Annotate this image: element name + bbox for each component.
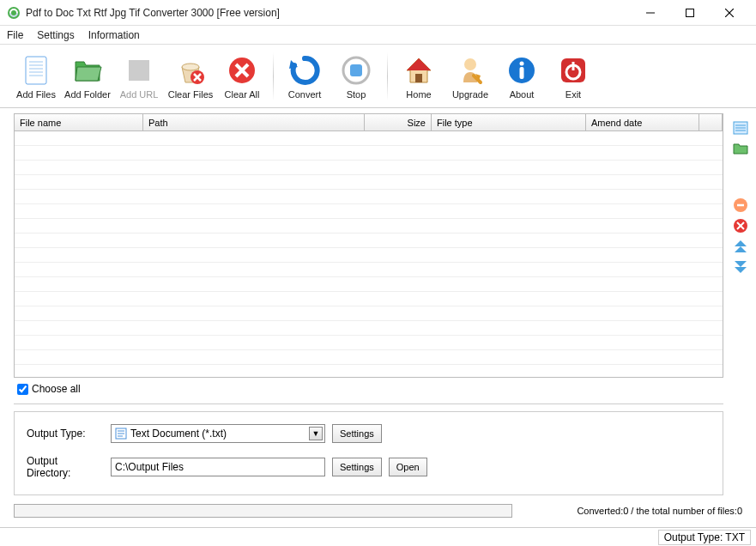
stop-icon bbox=[339, 53, 373, 88]
svg-point-12 bbox=[182, 64, 199, 70]
menu-settings[interactable]: Settings bbox=[37, 29, 74, 41]
file-grid: File name Path Size File type Amend date bbox=[14, 113, 723, 378]
title-bar: Pdf to Doc Txt Rtf Jpg Tif Converter 300… bbox=[0, 0, 756, 26]
file-icon bbox=[19, 53, 53, 88]
col-size[interactable]: Size bbox=[365, 114, 432, 130]
side-delete-icon[interactable] bbox=[733, 218, 748, 234]
col-path[interactable]: Path bbox=[143, 114, 365, 130]
url-icon bbox=[122, 53, 156, 88]
about-button[interactable]: About bbox=[496, 53, 547, 100]
window-title: Pdf to Doc Txt Rtf Jpg Tif Converter 300… bbox=[26, 7, 631, 19]
svg-rect-2 bbox=[686, 9, 694, 16]
add-files-button[interactable]: Add Files bbox=[10, 53, 62, 100]
toolbar-label: Add URL bbox=[120, 89, 159, 100]
add-url-button: Add URL bbox=[113, 53, 165, 100]
upgrade-icon bbox=[453, 53, 487, 88]
convert-icon bbox=[287, 53, 322, 88]
content-column: File name Path Size File type Amend date… bbox=[0, 108, 725, 500]
upgrade-button[interactable]: Upgrade bbox=[445, 53, 496, 100]
col-amenddate[interactable]: Amend date bbox=[586, 114, 699, 130]
col-filetype[interactable]: File type bbox=[432, 114, 586, 130]
main-area: File name Path Size File type Amend date… bbox=[0, 108, 756, 500]
output-type-combo[interactable]: Text Document (*.txt) ▼ bbox=[111, 424, 325, 443]
home-icon bbox=[402, 53, 436, 88]
svg-rect-20 bbox=[350, 64, 362, 76]
progress-row: Converted:0 / the total number of files:… bbox=[0, 500, 756, 521]
exit-icon bbox=[556, 53, 590, 88]
app-icon bbox=[7, 6, 21, 20]
output-type-row: Output Type: Text Document (*.txt) ▼ Set… bbox=[27, 424, 711, 443]
choose-all-label: Choose all bbox=[32, 383, 81, 395]
about-icon bbox=[505, 53, 539, 88]
clear-files-icon bbox=[173, 53, 208, 88]
clear-files-button[interactable]: Clear Files bbox=[165, 53, 216, 100]
menu-bar: File Settings Information bbox=[0, 26, 756, 45]
folder-icon bbox=[70, 53, 105, 88]
separator bbox=[387, 52, 388, 100]
open-dir-button[interactable]: Open bbox=[389, 458, 427, 476]
toolbar-label: About bbox=[510, 89, 535, 100]
add-folder-button[interactable]: Add Folder bbox=[62, 53, 113, 100]
stop-button[interactable]: Stop bbox=[330, 53, 382, 100]
grid-body[interactable] bbox=[15, 131, 723, 377]
col-filename[interactable]: File name bbox=[15, 114, 143, 130]
minimize-button[interactable] bbox=[631, 0, 670, 26]
svg-rect-5 bbox=[26, 57, 46, 84]
clear-all-icon bbox=[225, 53, 259, 88]
side-move-up-icon[interactable] bbox=[733, 239, 748, 254]
toolbar-label: Clear Files bbox=[168, 89, 214, 100]
toolbar-label: Home bbox=[406, 89, 431, 100]
toolbar-label: Convert bbox=[288, 89, 322, 100]
choose-all-checkbox[interactable] bbox=[17, 384, 28, 395]
progress-bar bbox=[14, 504, 512, 518]
output-dir-input[interactable] bbox=[111, 458, 325, 476]
output-panel: Output Type: Text Document (*.txt) ▼ Set… bbox=[14, 411, 723, 495]
separator bbox=[273, 52, 274, 100]
output-dir-label: Output Directory: bbox=[27, 455, 104, 479]
output-type-label: Output Type: bbox=[27, 428, 104, 440]
status-bar: Output Type: TXT bbox=[0, 527, 756, 546]
svg-point-22 bbox=[464, 58, 476, 70]
clear-all-button[interactable]: Clear All bbox=[216, 53, 268, 100]
choose-all-row: Choose all bbox=[14, 378, 723, 404]
output-dir-settings-button[interactable]: Settings bbox=[332, 458, 382, 476]
toolbar-label: Add Folder bbox=[64, 89, 111, 100]
menu-information[interactable]: Information bbox=[88, 29, 140, 41]
side-remove-icon[interactable] bbox=[733, 197, 748, 213]
toolbar-label: Clear All bbox=[225, 89, 260, 100]
toolbar-label: Add Files bbox=[16, 89, 56, 100]
side-folder-icon[interactable] bbox=[733, 141, 748, 156]
toolbar: Add Files Add Folder Add URL Clear Files… bbox=[0, 45, 756, 108]
svg-rect-11 bbox=[129, 60, 149, 81]
svg-rect-21 bbox=[415, 74, 422, 82]
window-controls bbox=[631, 0, 749, 26]
convert-button[interactable]: Convert bbox=[279, 53, 330, 100]
close-button[interactable] bbox=[710, 0, 749, 26]
svg-rect-25 bbox=[520, 67, 524, 79]
side-toolbar bbox=[725, 108, 756, 500]
home-button[interactable]: Home bbox=[393, 53, 445, 100]
progress-text: Converted:0 / the total number of files:… bbox=[519, 506, 742, 516]
toolbar-label: Upgrade bbox=[452, 89, 488, 100]
dropdown-arrow-icon[interactable]: ▼ bbox=[309, 427, 323, 440]
svg-point-24 bbox=[520, 61, 524, 65]
exit-button[interactable]: Exit bbox=[547, 53, 599, 100]
output-dir-row: Output Directory: Settings Open bbox=[27, 455, 711, 479]
menu-file[interactable]: File bbox=[7, 29, 23, 41]
side-list-icon[interactable] bbox=[733, 120, 748, 136]
toolbar-label: Stop bbox=[347, 89, 366, 100]
toolbar-label: Exit bbox=[565, 89, 581, 100]
maximize-button[interactable] bbox=[670, 0, 710, 26]
status-output-type: Output Type: TXT bbox=[658, 530, 751, 545]
side-move-down-icon[interactable] bbox=[733, 259, 748, 275]
grid-header: File name Path Size File type Amend date bbox=[15, 114, 723, 131]
txt-icon bbox=[115, 428, 127, 440]
output-type-value: Text Document (*.txt) bbox=[130, 428, 227, 440]
col-extra[interactable] bbox=[699, 114, 723, 130]
output-type-settings-button[interactable]: Settings bbox=[332, 424, 382, 443]
